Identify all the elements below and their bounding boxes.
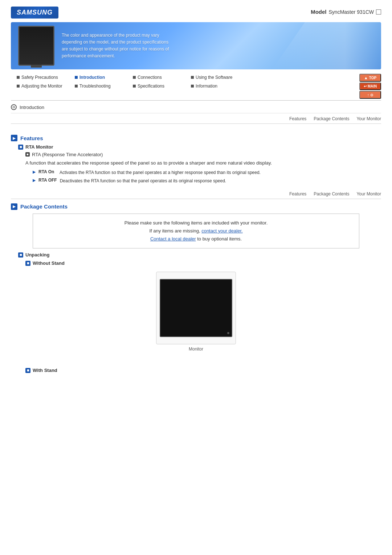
side-buttons: ▲ TOP ↩ MAIN ↑ ⊙ (356, 73, 381, 100)
nav-specifications[interactable]: Specifications (127, 83, 185, 89)
package-title: Package Contents (20, 203, 68, 210)
nav-introduction[interactable]: Introduction (69, 74, 127, 81)
model-info: Model SyncMaster 931CW (311, 7, 381, 15)
nav-bullet-adjusting (17, 85, 20, 88)
model-label: Model (311, 9, 326, 15)
sub-nav2-features[interactable]: Features (289, 191, 306, 197)
model-checkbox[interactable] (376, 9, 381, 15)
nav-bullet-safety (17, 76, 20, 79)
nav-bullet-intro (75, 76, 78, 79)
features-icon: ▶ (11, 135, 17, 141)
nav-troubleshooting[interactable]: Troubleshooting (69, 83, 127, 89)
rta-on-item: ▶ RTA On Activates the RTA function so t… (33, 169, 381, 176)
monitor-container: Monitor (11, 272, 381, 352)
monitor-image-box (156, 272, 236, 344)
rta-off-arrow: ▶ (33, 178, 36, 183)
features-title: Features (20, 135, 43, 141)
nav-row-2: Adjusting the Monitor Troubleshooting Sp… (11, 82, 356, 90)
sub-nav-2: Features Package Contents Your Monitor (11, 191, 381, 199)
main-button[interactable]: ↩ MAIN (359, 82, 381, 90)
rta-monitor-heading: ◼ RTA Monitor (18, 144, 381, 150)
package-icon: ▶ (11, 203, 17, 210)
breadcrumb-text: Introduction (20, 105, 44, 110)
features-heading: ▶ Features (11, 135, 381, 141)
sub-nav2-your-monitor[interactable]: Your Monitor (356, 191, 381, 197)
rta-bullet-icon: ◼ (25, 152, 30, 157)
rta-off-item: ▶ RTA OFF Deactivates the RTA function s… (33, 178, 381, 184)
sub-nav-1: Features Package Contents Your Monitor (11, 116, 381, 124)
sub-nav-your-monitor[interactable]: Your Monitor (356, 116, 381, 121)
nav-bullet-info (191, 85, 194, 88)
nav-connections[interactable]: Connections (127, 74, 185, 81)
sub-nav-package[interactable]: Package Contents (314, 116, 349, 121)
monitor-screen (160, 279, 232, 337)
banner: The color and appearance of the product … (11, 22, 381, 69)
rta-monitor-icon: ◼ (18, 145, 23, 150)
banner-wave (272, 22, 381, 69)
local-dealer-link[interactable]: Contact a local dealer (150, 236, 196, 242)
nav-bullet-connections (133, 76, 136, 79)
package-heading: ▶ Package Contents (11, 203, 381, 210)
package-info-box: Please make sure the following items are… (33, 214, 359, 248)
with-stand-heading: ◼ With Stand (25, 368, 381, 373)
nav-using-software[interactable]: Using the Software (185, 74, 243, 81)
nav-bullet-troubleshoot (75, 85, 78, 88)
navigation: Safety Precautions Introduction Connecti… (11, 73, 381, 101)
without-stand-heading: ◼ Without Stand (25, 260, 381, 266)
monitor-label: Monitor (189, 347, 203, 352)
breadcrumb: O Introduction (11, 104, 381, 113)
contact-dealer-link[interactable]: contact your dealer. (201, 228, 242, 234)
unpacking-heading: ◼ Unpacking (18, 252, 381, 258)
nav-bullet-software (191, 76, 194, 79)
rta-bullet: ◼ RTA (Response Time Accelerator) (25, 152, 381, 157)
sub-nav2-package[interactable]: Package Contents (314, 191, 349, 197)
nav-information[interactable]: Information (185, 83, 243, 89)
with-stand-icon: ◼ (25, 368, 30, 373)
unpacking-icon: ◼ (18, 252, 23, 258)
nav-row-1: Safety Precautions Introduction Connecti… (11, 73, 356, 82)
header: SAMSUNG Model SyncMaster 931CW (0, 0, 392, 19)
rta-description: A function that accelerates the response… (25, 159, 381, 167)
nav-safety-precautions[interactable]: Safety Precautions (11, 74, 69, 81)
banner-text: The color and appearance of the product … (62, 32, 171, 60)
top-button[interactable]: ▲ TOP (359, 74, 381, 82)
banner-monitor-image (18, 26, 54, 66)
breadcrumb-icon: O (11, 104, 17, 110)
model-value: SyncMaster 931CW (329, 9, 374, 15)
info-line3: Contact a local dealer to buy optional i… (38, 235, 354, 243)
monitor-power-dot (227, 332, 229, 334)
main-content: ▶ Features ◼ RTA Monitor ◼ RTA (Response… (0, 127, 392, 390)
cd-button[interactable]: ↑ ⊙ (359, 91, 381, 99)
rta-on-arrow: ▶ (33, 170, 36, 174)
nav-bullet-specs (133, 85, 136, 88)
without-stand-icon: ◼ (25, 261, 30, 266)
info-line1: Please make sure the following items are… (38, 219, 354, 227)
samsung-logo: SAMSUNG (11, 7, 58, 19)
sub-nav-features[interactable]: Features (289, 116, 306, 121)
info-line2: If any items are missing, contact your d… (38, 227, 354, 235)
nav-adjusting-monitor[interactable]: Adjusting the Monitor (11, 83, 69, 89)
